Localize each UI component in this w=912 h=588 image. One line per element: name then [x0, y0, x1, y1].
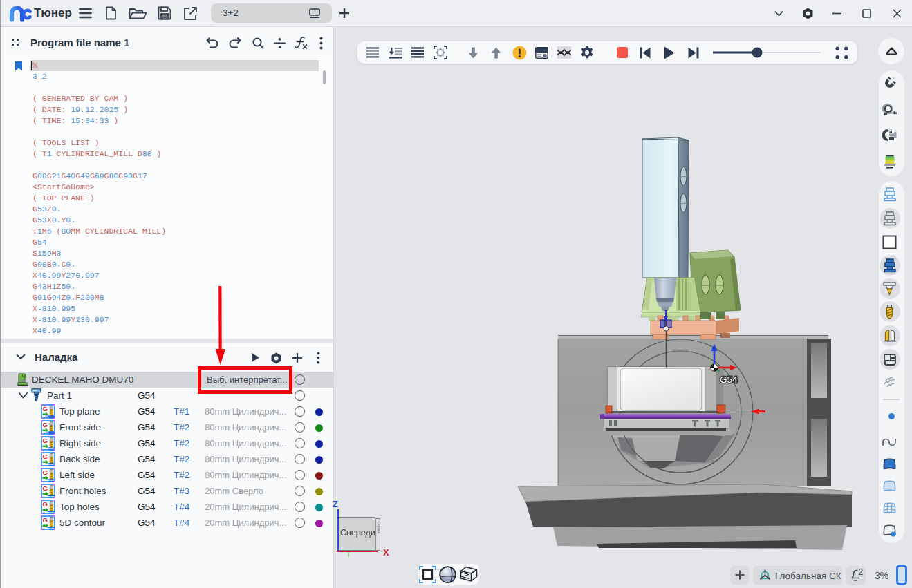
svg-text:G: G — [43, 484, 48, 492]
svg-text:G: G — [43, 421, 48, 428]
svg-text:G: G — [43, 453, 48, 460]
svg-text:G: G — [43, 437, 48, 444]
svg-text:2: 2 — [858, 568, 863, 577]
svg-text:G: G — [43, 516, 48, 524]
svg-text:G: G — [43, 500, 48, 508]
svg-text:G: G — [43, 468, 48, 476]
svg-text:G: G — [43, 405, 48, 412]
svg-text:G54: G54 — [720, 374, 738, 385]
